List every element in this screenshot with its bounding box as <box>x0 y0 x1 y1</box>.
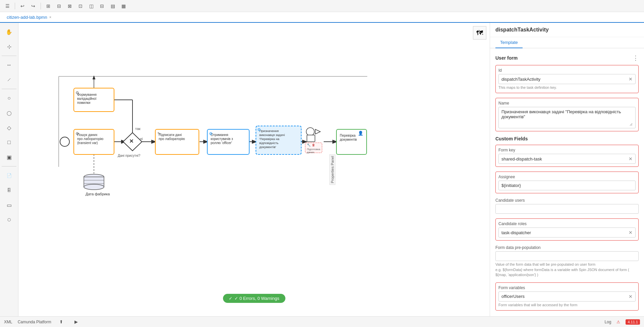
candidate-roles-clear-icon[interactable]: ✕ <box>629 230 633 235</box>
assignee-text-input[interactable] <box>501 183 633 188</box>
undo-button[interactable]: ↩ <box>18 1 27 11</box>
hand-tool[interactable]: ✋ <box>3 25 15 38</box>
bottom-bar: XML Camunda Platform ⬆ ▶ Log ⚠ 4.11.1 <box>0 316 644 327</box>
candidate-roles-field-group: Candidate roles ✕ <box>495 218 639 241</box>
candidate-roles-input[interactable]: ✕ <box>498 227 636 238</box>
log-label[interactable]: Log <box>604 320 611 324</box>
tool-divider-2 <box>2 89 16 89</box>
align-right-button[interactable]: ⊠ <box>65 1 74 11</box>
candidate-users-field-group: Candidate users <box>495 198 639 214</box>
svg-text:про лабораторію: про лабораторію <box>159 137 185 141</box>
upload-button[interactable]: ⬆ <box>57 317 66 327</box>
svg-text:(transient var): (transient var) <box>77 141 98 145</box>
candidate-users-label: Candidate users <box>495 198 639 203</box>
event-tool[interactable]: ○ <box>3 92 15 105</box>
form-data-prepopulation-label: Form data pre-population <box>495 245 639 250</box>
props-content: User form ⋮ Id ✕ This maps to the task d… <box>490 48 644 316</box>
tab-template[interactable]: Template <box>495 37 523 48</box>
assignee-input[interactable] <box>498 181 636 190</box>
svg-text:Перевірка: Перевірка <box>340 134 356 137</box>
subprocess-tool[interactable]: ▣ <box>3 151 15 164</box>
bpmn-canvas[interactable]: 🗺 Properties Panel <box>18 23 490 316</box>
svg-text:документів': документів' <box>259 145 276 149</box>
props-tabs: Template <box>490 37 644 48</box>
align-top-button[interactable]: ⊡ <box>76 1 85 11</box>
distribute-h-button[interactable]: ⊟ <box>97 1 107 11</box>
menu-button[interactable]: ☰ <box>3 1 12 11</box>
svg-text:⚙: ⚙ <box>75 131 79 136</box>
align-left-button[interactable]: ⊞ <box>44 1 53 11</box>
form-key-text-input[interactable] <box>501 156 629 161</box>
svg-rect-46 <box>307 135 315 142</box>
form-data-prepopulation-input[interactable] <box>495 251 639 261</box>
tool-divider-3 <box>2 166 16 167</box>
tab-label: citizen-add-lab.bpmn <box>7 15 47 20</box>
status-bar: ✓ ✓ 0 Errors, 0 Warnings <box>223 294 285 303</box>
tab-citizen-add-lab[interactable]: citizen-add-lab.bpmn × <box>3 12 55 23</box>
id-clear-icon[interactable]: ✕ <box>629 76 633 82</box>
status-check-icon: ✓ <box>229 296 232 301</box>
name-input[interactable] <box>498 107 636 128</box>
group-tool[interactable]: ⬡ <box>3 213 15 226</box>
divider-1 <box>15 3 15 9</box>
name-label: Name <box>498 101 636 106</box>
form-key-input[interactable]: ✕ <box>498 154 636 164</box>
id-input[interactable]: ✕ <box>498 74 636 84</box>
id-field-group: Id ✕ This maps to the task definition ke… <box>495 65 639 93</box>
properties-panel-label: Properties Panel <box>329 154 335 185</box>
form-variables-label: Form variables <box>498 285 636 290</box>
event-boundary-tool[interactable]: ◯ <box>3 107 15 119</box>
form-data-prepopulation-hint: Value of the form data that will be pre-… <box>495 262 639 277</box>
form-key-clear-icon[interactable]: ✕ <box>629 156 633 161</box>
svg-point-44 <box>306 128 314 136</box>
props-title: dispatchTaskActivity <box>490 23 644 37</box>
form-variables-text-input[interactable] <box>501 294 629 299</box>
divider-2 <box>41 3 41 9</box>
connect-tool[interactable]: ↔ <box>3 59 15 71</box>
tool-divider-1 <box>2 56 16 56</box>
svg-text:⚙: ⚙ <box>257 127 261 132</box>
select-tool[interactable]: ⊹ <box>3 40 15 53</box>
lane-tool[interactable]: ▭ <box>3 199 15 211</box>
form-variables-clear-icon[interactable]: ✕ <box>629 294 633 299</box>
name-textarea[interactable] <box>501 109 633 126</box>
candidate-users-text-input[interactable] <box>498 206 636 211</box>
format-button[interactable]: ▦ <box>119 1 128 11</box>
redo-button[interactable]: ↪ <box>29 1 38 11</box>
svg-text:✎: ✎ <box>157 131 161 136</box>
form-variables-input[interactable]: ✕ <box>498 291 636 302</box>
svg-text:Дата фабрика: Дата фабрика <box>86 192 110 196</box>
form-data-prepopulation-field-group: Form data pre-population Value of the fo… <box>495 245 639 277</box>
svg-text:помилки: помилки <box>77 101 90 105</box>
left-toolbar: ✋ ⊹ ↔ ⟋ ○ ◯ ◇ □ ▣ 📄 🗄 ▭ ⬡ <box>0 23 18 316</box>
candidate-roles-label: Candidate roles <box>498 221 636 226</box>
assignee-field-group: Assignee <box>495 172 639 193</box>
candidate-roles-text-input[interactable] <box>501 230 629 235</box>
svg-marker-45 <box>315 129 320 134</box>
form-data-prepopulation-text-input[interactable] <box>498 254 636 259</box>
svg-text:⚙: ⚙ <box>209 131 213 136</box>
task-tool[interactable]: □ <box>3 136 15 149</box>
svg-text:👤: 👤 <box>358 130 364 136</box>
play-button[interactable]: ▶ <box>71 317 81 327</box>
section-menu-icon[interactable]: ⋮ <box>633 54 639 62</box>
user-form-title: User form <box>495 55 518 61</box>
assignee-label: Assignee <box>498 175 636 179</box>
tab-close-icon[interactable]: × <box>49 15 51 19</box>
flow-tool[interactable]: ⟋ <box>3 73 15 86</box>
align-center-button[interactable]: ⊟ <box>54 1 64 11</box>
candidate-users-input[interactable] <box>495 204 639 214</box>
warning-icon: ⚠ <box>616 320 620 324</box>
distribute-v-button[interactable]: ▤ <box>108 1 117 11</box>
data-object-tool[interactable]: 📄 <box>3 169 15 182</box>
svg-text:користувачів з: користувачів з <box>211 137 233 141</box>
svg-text:Призначення: Призначення <box>259 129 279 133</box>
svg-text:роллю 'officer': роллю 'officer' <box>211 141 232 145</box>
svg-text:⚙: ⚙ <box>75 90 79 95</box>
xml-label[interactable]: XML <box>4 320 12 324</box>
id-text-input[interactable] <box>501 77 629 82</box>
data-store-tool[interactable]: 🗄 <box>3 184 15 197</box>
gateway-tool[interactable]: ◇ <box>3 121 15 134</box>
align-middle-button[interactable]: ◫ <box>87 1 96 11</box>
svg-text:Пошук даних: Пошук даних <box>77 133 97 137</box>
